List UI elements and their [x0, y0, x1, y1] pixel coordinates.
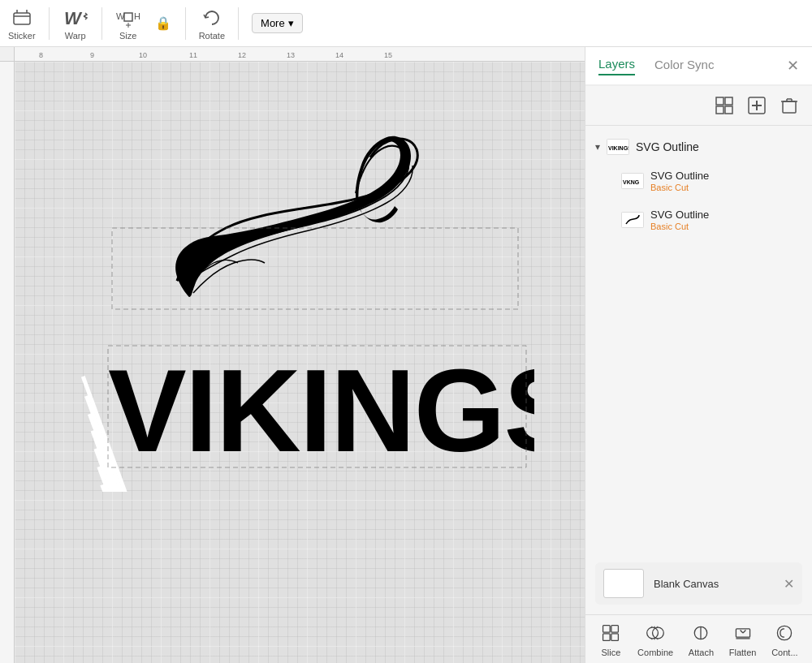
layer-group: ▾ VIKINGS SVG Outline VKNG SVG Outline	[585, 132, 812, 239]
layer-child-2-name: SVG Outline	[650, 209, 709, 221]
svg-rect-26	[725, 106, 732, 114]
bottom-toolbar: Slice Combine Attach Flatten	[585, 614, 812, 663]
svg-text:W: W	[64, 8, 83, 28]
rotate-icon	[199, 6, 225, 29]
blank-canvas-label: Blank Canvas	[654, 578, 719, 590]
attach-button[interactable]: Attach	[689, 622, 714, 657]
layer-child-2-thumb	[621, 212, 644, 228]
combine-icon	[644, 622, 667, 644]
flatten-button[interactable]: Flatten	[729, 622, 757, 657]
slice-icon	[599, 622, 622, 644]
blank-canvas-close[interactable]: ✕	[784, 576, 794, 592]
layer-chevron-icon: ▾	[595, 141, 600, 153]
slice-label: Slice	[601, 648, 620, 657]
blank-canvas-thumb	[603, 569, 644, 598]
design-canvas[interactable]: VIKINGS	[15, 62, 585, 663]
tab-color-sync-label: Color Sync	[654, 58, 714, 71]
svg-rect-41	[611, 625, 619, 632]
ruler-corner	[0, 47, 15, 62]
sticker-label: Sticker	[8, 31, 36, 41]
warp-icon: W	[63, 6, 89, 29]
svg-text:H: H	[134, 11, 140, 21]
right-panel: Layers Color Sync ✕ ▾	[585, 47, 812, 663]
flatten-label: Flatten	[729, 648, 757, 657]
panel-toolbar	[585, 86, 812, 126]
blank-canvas-area: Blank Canvas ✕	[585, 553, 812, 614]
sticker-icon	[9, 6, 35, 29]
tab-layers-label: Layers	[598, 57, 635, 71]
contour-button[interactable]: Cont...	[771, 622, 797, 657]
svg-rect-24	[725, 97, 732, 105]
top-toolbar: Sticker W Warp W H Size 🔒 Rotate More ▾	[0, 0, 812, 47]
more-arrow: ▾	[288, 17, 294, 29]
separator-3	[185, 7, 186, 40]
size-tool[interactable]: W H Size	[115, 6, 141, 41]
svg-rect-0	[14, 13, 30, 24]
svg-text:VIKINGS: VIKINGS	[108, 345, 534, 476]
svg-rect-6	[124, 13, 132, 21]
svg-rect-42	[603, 633, 611, 640]
contour-icon	[773, 622, 796, 644]
size-icon: W H	[115, 6, 141, 29]
layer-child-1-type: Basic Cut	[650, 183, 709, 192]
slice-button[interactable]: Slice	[599, 622, 622, 657]
layer-child-1[interactable]: VKNG SVG Outline Basic Cut	[621, 161, 802, 200]
layer-group-name: SVG Outline	[636, 140, 699, 153]
layer-child-1-name: SVG Outline	[650, 170, 709, 182]
separator-1	[49, 7, 50, 40]
svg-text:VKNG: VKNG	[623, 179, 640, 185]
warp-label: Warp	[65, 31, 86, 41]
sticker-tool[interactable]: Sticker	[8, 6, 36, 41]
flatten-icon	[732, 622, 754, 644]
svg-rect-40	[603, 625, 611, 632]
main-area: 8 9 10 11 12 13 14 15	[0, 47, 812, 663]
svg-rect-23	[716, 97, 723, 105]
add-layer-button[interactable]	[744, 93, 770, 118]
more-label: More	[261, 17, 285, 29]
layers-list: ▾ VIKINGS SVG Outline VKNG SVG Outline	[585, 126, 812, 553]
ruler-vertical	[0, 47, 15, 663]
separator-4	[238, 7, 239, 40]
group-button[interactable]	[711, 93, 737, 118]
svg-text:VIKINGS: VIKINGS	[608, 145, 628, 151]
attach-icon	[689, 622, 712, 644]
tab-layers[interactable]: Layers	[598, 57, 635, 75]
delete-layer-button[interactable]	[776, 93, 802, 118]
layer-child-1-thumb: VKNG	[621, 173, 644, 189]
combine-label: Combine	[637, 648, 673, 657]
svg-rect-21	[112, 228, 518, 309]
tab-color-sync[interactable]: Color Sync	[654, 58, 714, 75]
layer-child-2-type: Basic Cut	[650, 222, 709, 231]
layer-children: VKNG SVG Outline Basic Cut SVG	[595, 161, 802, 239]
layer-child-1-info: SVG Outline Basic Cut	[650, 170, 709, 192]
warp-tool[interactable]: W Warp	[63, 6, 89, 41]
layer-group-header[interactable]: ▾ VIKINGS SVG Outline	[595, 132, 802, 161]
blank-canvas-item[interactable]: Blank Canvas ✕	[595, 562, 802, 605]
canvas-area[interactable]: 8 9 10 11 12 13 14 15	[0, 47, 585, 663]
layer-group-thumb: VIKINGS	[607, 139, 629, 155]
contour-label: Cont...	[771, 648, 797, 657]
attach-label: Attach	[689, 648, 714, 657]
separator-2	[102, 7, 102, 40]
ruler-horizontal: 8 9 10 11 12 13 14 15	[15, 47, 585, 62]
combine-button[interactable]: Combine	[637, 622, 673, 657]
svg-rect-25	[716, 106, 723, 114]
more-button[interactable]: More ▾	[252, 13, 303, 33]
panel-tabs: Layers Color Sync ✕	[585, 47, 812, 86]
layer-child-2-info: SVG Outline Basic Cut	[650, 209, 709, 231]
svg-rect-43	[611, 633, 619, 640]
size-label: Size	[119, 31, 136, 41]
rotate-tool[interactable]: Rotate	[199, 6, 225, 41]
lock-icon: 🔒	[154, 14, 172, 33]
panel-close-button[interactable]: ✕	[787, 57, 799, 75]
rotate-label: Rotate	[199, 31, 225, 41]
layer-child-2[interactable]: SVG Outline Basic Cut	[621, 200, 802, 239]
svg-rect-30	[783, 101, 796, 113]
design-element[interactable]: VIKINGS	[63, 102, 534, 492]
